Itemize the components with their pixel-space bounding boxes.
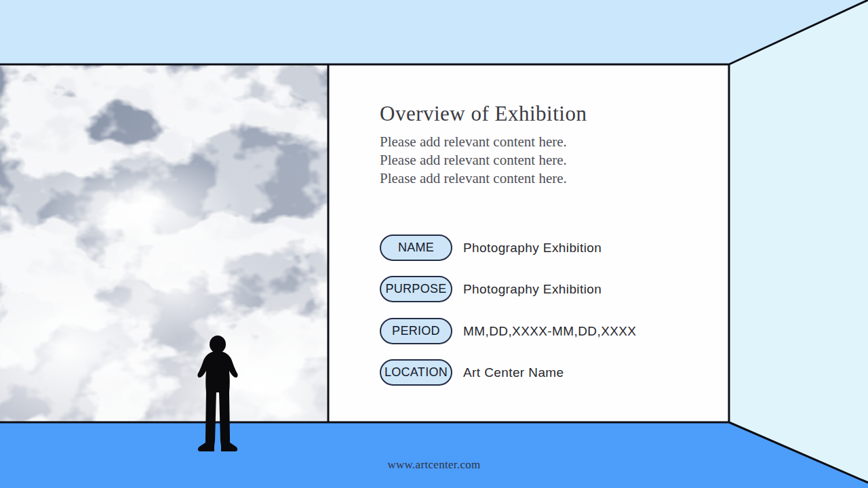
footer-url: www.artcenter.com xyxy=(0,458,868,472)
badge-label: PURPOSE xyxy=(385,282,446,296)
person-silhouette xyxy=(193,332,242,455)
description-line: Please add relevant content here. xyxy=(380,133,567,151)
info-row-location: LOCATION Art Center Name xyxy=(380,359,564,386)
slide-title: Overview of Exhibition xyxy=(380,103,587,124)
person-left-foot xyxy=(198,443,214,451)
badge-label: PERIOD xyxy=(392,324,440,338)
location-value: Art Center Name xyxy=(463,365,564,380)
period-value: MM,DD,XXXX-MM,DD,XXXX xyxy=(463,324,636,339)
description-line: Please add relevant content here. xyxy=(380,169,567,188)
location-badge: LOCATION xyxy=(380,359,452,386)
info-row-name: NAME Photography Exhibition xyxy=(380,235,601,261)
person-body xyxy=(197,351,237,392)
period-badge: PERIOD xyxy=(380,318,452,344)
badge-label: LOCATION xyxy=(384,365,448,380)
info-row-period: PERIOD MM,DD,XXXX-MM,DD,XXXX xyxy=(380,318,636,344)
description: Please add relevant content here. Please… xyxy=(380,133,567,188)
purpose-value: Photography Exhibition xyxy=(463,282,601,297)
person-right-leg xyxy=(219,391,230,446)
name-value: Photography Exhibition xyxy=(463,241,601,256)
person-right-foot xyxy=(221,443,237,451)
info-row-purpose: PURPOSE Photography Exhibition xyxy=(380,276,601,302)
purpose-badge: PURPOSE xyxy=(380,276,452,302)
description-line: Please add relevant content here. xyxy=(380,151,567,169)
person-left-leg xyxy=(205,391,216,446)
exhibition-slide: Overview of Exhibition Please add releva… xyxy=(0,0,868,488)
name-badge: NAME xyxy=(380,235,452,261)
badge-label: NAME xyxy=(398,241,434,255)
person-head xyxy=(210,336,226,353)
